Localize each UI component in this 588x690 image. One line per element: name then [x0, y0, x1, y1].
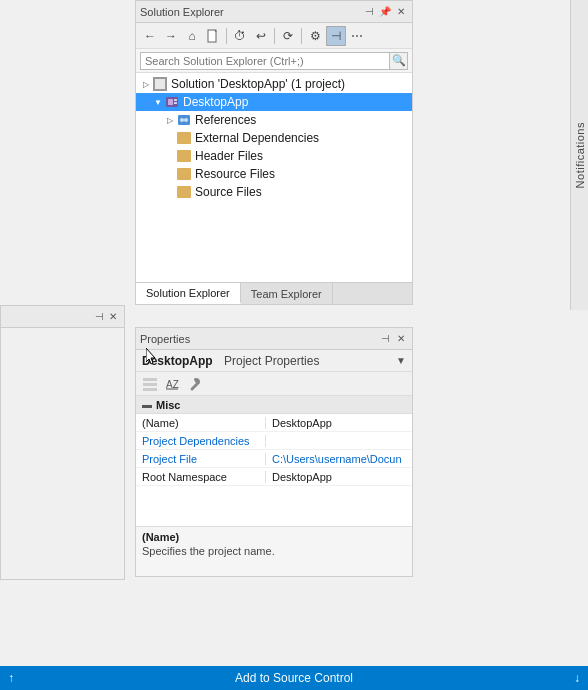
refresh-button[interactable]: ⟳: [278, 26, 298, 46]
prop-category-btn[interactable]: [140, 375, 160, 393]
close-button[interactable]: ✕: [394, 5, 408, 19]
tree-item-resource-files[interactable]: Resource Files: [136, 165, 412, 183]
svg-rect-5: [174, 99, 177, 101]
prop-wrench-btn[interactable]: [184, 375, 204, 393]
left-panel: ⊣ ✕: [0, 305, 125, 580]
solution-explorer-title: Solution Explorer: [140, 6, 360, 18]
svg-rect-13: [143, 388, 157, 391]
prop-name-key: (Name): [136, 417, 266, 429]
misc-section-label: Misc: [156, 399, 180, 411]
left-panel-pin-button[interactable]: ⊣: [92, 310, 106, 324]
prop-row-project-file[interactable]: Project File C:\Users\username\Docun: [136, 450, 412, 468]
properties-close-button[interactable]: ✕: [394, 332, 408, 346]
search-bar: 🔍: [136, 49, 412, 73]
resource-files-icon: [176, 166, 192, 182]
undo-button[interactable]: ↩: [251, 26, 271, 46]
left-panel-close-button[interactable]: ✕: [106, 310, 120, 324]
prop-project-deps-key: Project Dependencies: [136, 435, 266, 447]
pin-side-button[interactable]: ⊣: [326, 26, 346, 46]
svg-rect-4: [168, 99, 173, 105]
tree-item-project[interactable]: ▼ DesktopApp: [136, 93, 412, 111]
properties-title: Properties: [140, 333, 376, 345]
toolbar-separator-1: [226, 28, 227, 44]
notifications-label: Notifications: [574, 122, 586, 188]
properties-content: ▬ Misc (Name) DesktopApp Project Depende…: [136, 396, 412, 526]
prop-row-name[interactable]: (Name) DesktopApp: [136, 414, 412, 432]
tree-item-header-files[interactable]: Header Files: [136, 147, 412, 165]
auto-hide-button[interactable]: 📌: [378, 5, 392, 19]
properties-dropdown-arrow[interactable]: ▼: [396, 355, 406, 366]
timer-button[interactable]: ⏱: [230, 26, 250, 46]
svg-point-9: [184, 118, 188, 122]
properties-panel: Properties ⊣ ✕ DesktopApp Project Proper…: [135, 327, 413, 577]
prop-name-value: DesktopApp: [266, 417, 412, 429]
back-button[interactable]: ←: [140, 26, 160, 46]
prop-root-namespace-value: DesktopApp: [266, 471, 412, 483]
ext-deps-expand-icon: [164, 132, 176, 144]
properties-object-name: DesktopApp: [142, 354, 213, 368]
solution-tree[interactable]: ▷ Solution 'DesktopApp' (1 project) ▼ De…: [136, 73, 412, 282]
prop-alpha-btn[interactable]: AZ: [162, 375, 182, 393]
misc-toggle-icon: ▬: [142, 399, 152, 410]
project-icon: [164, 94, 180, 110]
ext-deps-icon: [176, 130, 192, 146]
references-label: References: [195, 113, 256, 127]
pin-button[interactable]: ⊣: [362, 5, 376, 19]
prop-project-file-key: Project File: [136, 453, 266, 465]
svg-rect-12: [143, 383, 157, 386]
status-bar[interactable]: ↑ Add to Source Control ↓: [0, 666, 588, 690]
resource-files-label: Resource Files: [195, 167, 275, 181]
properties-object-type: [217, 354, 220, 368]
resource-files-expand-icon: [164, 168, 176, 180]
solution-explorer-panel: Solution Explorer ⊣ 📌 ✕ ← → ⌂ ⏱ ↩ ⟳ ⚙ ⊣ …: [135, 0, 413, 305]
svg-rect-0: [208, 30, 216, 42]
source-files-label: Source Files: [195, 185, 262, 199]
solution-explorer-toolbar: ← → ⌂ ⏱ ↩ ⟳ ⚙ ⊣ ⋯: [136, 23, 412, 49]
source-files-icon: [176, 184, 192, 200]
header-files-icon: [176, 148, 192, 164]
prop-desc-title: (Name): [142, 531, 406, 543]
header-files-expand-icon: [164, 150, 176, 162]
svg-text:AZ: AZ: [166, 379, 179, 390]
forward-button[interactable]: →: [161, 26, 181, 46]
prop-root-namespace-key: Root Namespace: [136, 471, 266, 483]
properties-titlebar: Properties ⊣ ✕: [136, 328, 412, 350]
notifications-sidebar: Notifications: [570, 0, 588, 310]
home-button[interactable]: ⌂: [182, 26, 202, 46]
properties-pin-button[interactable]: ⊣: [378, 332, 392, 346]
header-files-label: Header Files: [195, 149, 263, 163]
prop-row-root-namespace[interactable]: Root Namespace DesktopApp: [136, 468, 412, 486]
tab-solution-explorer[interactable]: Solution Explorer: [136, 283, 241, 304]
properties-toolbar: AZ: [136, 372, 412, 396]
svg-rect-11: [143, 378, 157, 381]
toolbar-separator-2: [274, 28, 275, 44]
prop-row-project-deps[interactable]: Project Dependencies: [136, 432, 412, 450]
status-text: Add to Source Control: [20, 671, 568, 685]
tree-item-source-files[interactable]: Source Files: [136, 183, 412, 201]
tree-item-solution[interactable]: ▷ Solution 'DesktopApp' (1 project): [136, 75, 412, 93]
solution-expand-icon: ▷: [140, 78, 152, 90]
prop-project-file-value: C:\Users\username\Docun: [266, 453, 412, 465]
references-expand-icon: ▷: [164, 114, 176, 126]
properties-object-type-text: Project Properties: [224, 354, 319, 368]
left-panel-titlebar: ⊣ ✕: [1, 306, 124, 328]
expand-button[interactable]: ⋯: [347, 26, 367, 46]
ext-deps-label: External Dependencies: [195, 131, 319, 145]
tree-item-external-deps[interactable]: External Dependencies: [136, 129, 412, 147]
solution-explorer-tabs: Solution Explorer Team Explorer: [136, 282, 412, 304]
tree-item-references[interactable]: ▷ References: [136, 111, 412, 129]
settings-button[interactable]: ⚙: [305, 26, 325, 46]
properties-description: (Name) Specifies the project name.: [136, 526, 412, 576]
new-file-button[interactable]: [203, 26, 223, 46]
prop-desc-text: Specifies the project name.: [142, 545, 406, 557]
status-arrow-up-icon: ↑: [8, 671, 14, 685]
solution-icon: [152, 76, 168, 92]
properties-object-header: DesktopApp Project Properties ▼: [136, 350, 412, 372]
status-arrow-down-icon: ↓: [574, 671, 580, 685]
misc-section-header[interactable]: ▬ Misc: [136, 396, 412, 414]
solution-label: Solution 'DesktopApp' (1 project): [171, 77, 345, 91]
tab-team-explorer[interactable]: Team Explorer: [241, 283, 333, 304]
search-icon-button[interactable]: 🔍: [390, 52, 408, 70]
search-input[interactable]: [140, 52, 390, 70]
svg-point-8: [180, 118, 184, 122]
